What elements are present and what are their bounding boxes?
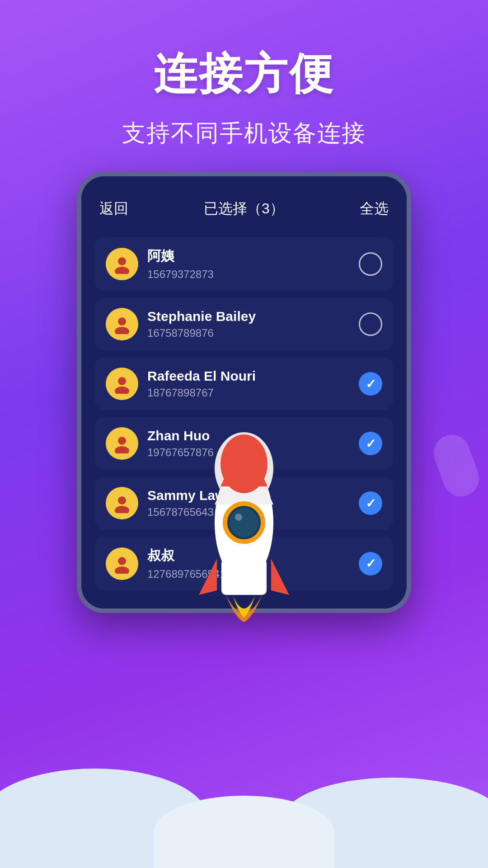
avatar — [106, 368, 138, 400]
contact-item[interactable]: Stephanie Bailey 16758789876 — [95, 298, 393, 350]
cloud-small-1 — [45, 787, 136, 832]
select-all-button[interactable]: 全选 — [360, 199, 389, 219]
svg-point-7 — [115, 446, 129, 453]
svg-point-2 — [118, 317, 126, 326]
cloud-center — [154, 796, 334, 868]
radio-button[interactable] — [359, 312, 382, 336]
rocket-illustration — [181, 423, 307, 640]
radio-button-checked[interactable]: ✓ — [359, 491, 382, 515]
top-section: 连接方便 支持不同手机设备连接 — [0, 0, 488, 149]
contact-info: Rafeeda El Nouri 18767898767 — [147, 368, 350, 399]
contact-item[interactable]: 阿姨 15679372873 — [95, 237, 393, 291]
svg-point-6 — [118, 437, 126, 445]
main-title: 连接方便 — [0, 45, 488, 104]
radio-button-checked[interactable]: ✓ — [359, 372, 382, 396]
contact-name: 阿姨 — [147, 247, 350, 265]
svg-point-3 — [115, 327, 129, 334]
phone-header: 返回 已选择（3） 全选 — [95, 199, 393, 219]
deco-shape — [428, 430, 484, 502]
contact-phone: 16758789876 — [147, 327, 350, 340]
phone-mockup: 返回 已选择（3） 全选 阿姨 15679372873 — [77, 172, 411, 613]
check-icon: ✓ — [366, 436, 376, 451]
svg-point-16 — [230, 508, 258, 537]
contact-phone: 15679372873 — [147, 268, 350, 281]
svg-point-10 — [118, 557, 126, 565]
avatar — [106, 308, 138, 340]
contact-item[interactable]: Rafeeda El Nouri 18767898767 ✓ — [95, 358, 393, 410]
svg-point-1 — [115, 267, 129, 274]
svg-point-5 — [115, 387, 129, 394]
avatar — [106, 427, 138, 460]
header-title: 已选择（3） — [204, 199, 284, 219]
svg-point-8 — [118, 496, 126, 505]
contact-info: 阿姨 15679372873 — [147, 247, 350, 281]
avatar — [106, 487, 138, 519]
svg-point-11 — [115, 566, 129, 574]
svg-point-17 — [235, 514, 242, 521]
avatar — [106, 248, 138, 280]
radio-button-checked[interactable]: ✓ — [359, 432, 382, 455]
check-icon: ✓ — [366, 496, 376, 511]
contact-phone: 18767898767 — [147, 387, 350, 399]
contact-info: Stephanie Bailey 16758789876 — [147, 309, 350, 340]
svg-point-0 — [118, 257, 126, 265]
back-button[interactable]: 返回 — [99, 199, 128, 219]
contact-name: Rafeeda El Nouri — [147, 368, 350, 384]
svg-point-4 — [118, 377, 126, 385]
check-icon: ✓ — [366, 377, 376, 392]
contact-name: Stephanie Bailey — [147, 309, 350, 324]
cloud-small-2 — [371, 782, 452, 823]
avatar — [106, 547, 138, 580]
svg-point-9 — [115, 506, 129, 513]
radio-button-checked[interactable]: ✓ — [359, 552, 382, 576]
svg-rect-19 — [221, 559, 267, 595]
radio-button[interactable] — [359, 252, 382, 276]
check-icon: ✓ — [366, 556, 376, 571]
clouds-layer — [0, 723, 488, 868]
sub-title: 支持不同手机设备连接 — [0, 118, 488, 149]
